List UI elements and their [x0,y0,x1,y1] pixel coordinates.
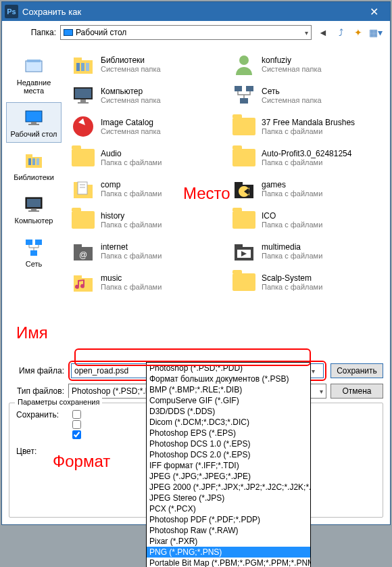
svg-rect-15 [35,240,42,245]
svg-rect-1 [27,60,41,62]
format-option[interactable]: Photoshop DCS 2.0 (*.EPS) [147,449,310,460]
format-option[interactable]: BMP (*.BMP;*.RLE;*.DIB) [147,384,310,395]
folder-icon [230,144,258,171]
file-item[interactable]: historyПапка с файлами [68,205,226,235]
net-icon [230,82,258,109]
format-option[interactable]: Photoshop (*.PSD;*.PDD) [147,363,310,373]
format-option[interactable]: Portable Bit Map (*.PBM;*.PGM;*.PPM;*.PN… [147,558,310,567]
format-option[interactable]: PCX (*.PCX) [147,503,310,514]
svg-rect-13 [28,210,39,212]
checkbox[interactable] [72,430,81,439]
places-sidebar: Недавние местаРабочий столБиблиотекиКомп… [2,44,66,358]
titlebar: Ps Сохранить как ✕ [2,2,390,21]
desktop-icon [23,107,45,129]
dialog-title: Сохранить как [22,7,360,17]
checkbox[interactable] [72,410,81,419]
chevron-down-icon[interactable]: ▾ [312,367,315,375]
svg-rect-8 [32,158,35,165]
file-item[interactable]: multimediaПапка с файлами [229,236,387,266]
sidebar-item-desktop[interactable]: Рабочий стол [6,102,62,143]
chevron-down-icon: ▾ [305,29,308,37]
folder-value: Рабочий стол [76,28,305,37]
file-item[interactable]: musicПапка с файлами [68,267,226,297]
svg-rect-26 [78,102,89,104]
recent-icon [23,55,45,77]
svg-rect-14 [26,240,32,245]
format-option[interactable]: Формат больших документов (*.PSB) [147,373,310,384]
folder-at-icon: @ [70,237,97,265]
save-label: Сохранить: [16,410,59,419]
sidebar-item-computer[interactable]: Компьютер [6,189,62,229]
file-item[interactable]: 37 Free Mandala BrushesПапка с файлами [229,112,387,141]
format-option[interactable]: Pixar (*.PXR) [147,536,310,547]
format-option[interactable]: IFF формат (*.IFF;*.TDI) [147,460,310,471]
format-option[interactable]: D3D/DDS (*.DDS) [147,406,310,417]
format-option[interactable]: Photoshop EPS (*.EPS) [147,428,310,438]
sidebar-item-recent[interactable]: Недавние места [6,51,62,99]
format-option[interactable]: Photoshop PDF (*.PDF;*.PDP) [147,514,310,525]
file-item[interactable]: AudioПапка с файлами [68,143,226,173]
file-item[interactable]: КомпьютерСистемная папка [68,81,226,110]
appred-icon [70,113,97,140]
file-item[interactable]: Image CatalogСистемная папка [68,112,226,141]
svg-rect-28 [246,86,253,91]
filetype-label: Тип файлов: [9,386,64,396]
filetype-dropdown[interactable]: Photoshop (*.PSD;*.PDD)Формат больших до… [146,362,311,567]
cancel-button[interactable]: Отмена [330,384,383,399]
sidebar-item-libraries[interactable]: Библиотеки [6,145,62,186]
folder-icon [70,206,97,233]
file-item[interactable]: compПапка с файлами [68,174,226,204]
svg-rect-25 [80,99,86,102]
format-option[interactable]: JPEG (*.JPG;*.JPEG;*.JPE) [147,471,310,482]
save-button[interactable]: Сохранить [330,363,383,378]
close-icon[interactable]: ✕ [360,2,387,21]
file-list[interactable]: БиблиотекиСистемная папкаkonfuziyСистемн… [66,44,390,358]
svg-rect-6 [26,154,32,157]
format-option[interactable]: Dicom (*.DCM;*.DC3;*.DIC) [147,417,310,428]
svg-rect-3 [31,122,36,124]
svg-rect-12 [31,208,36,210]
chevron-down-icon: ▾ [320,388,323,395]
libraries-icon [23,150,45,172]
lib-icon [70,51,97,78]
file-item[interactable]: @internetПапка с файлами [68,236,226,266]
checkbox[interactable] [72,420,81,429]
up-icon[interactable]: ⤴ [333,25,348,40]
file-item[interactable]: Scalp-SystemПапка с файлами [229,267,387,297]
back-icon[interactable]: ◄ [316,25,330,40]
folder-icon [230,113,258,140]
options-title: Параметры сохранения [15,398,102,406]
svg-rect-39 [74,244,82,247]
folder-music-icon [70,269,97,296]
format-option[interactable]: JPEG Stereo (*.JPS) [147,493,310,503]
file-item[interactable]: БиблиотекиСистемная папка [68,49,226,79]
svg-rect-16 [30,250,37,256]
folder-select[interactable]: Рабочий стол ▾ [60,25,312,40]
file-item[interactable]: Auto-Profit3.0_62481254Папка с файлами [229,143,387,173]
folder-icon [230,269,258,296]
network-icon [23,237,45,258]
svg-rect-0 [26,61,42,72]
folder-label: Папка: [9,28,56,37]
view-icon[interactable]: ▦▾ [368,25,383,40]
folder-media-icon [230,237,258,265]
svg-rect-4 [28,124,39,125]
format-option[interactable]: JPEG 2000 (*.JPF;*.JPX;*.JP2;*.J2C;*.J2K… [147,482,310,493]
file-item[interactable]: СетьСистемная папка [229,81,387,110]
format-option[interactable]: Photoshop DCS 1.0 (*.EPS) [147,438,310,449]
file-item[interactable]: gamesПапка с файлами [229,174,387,204]
folder-pac-icon [230,175,258,202]
new-folder-icon[interactable]: ✦ [351,25,366,40]
format-option[interactable]: PNG (*.PNG;*.PNS) [147,547,310,558]
file-item[interactable]: konfuziyСистемная папка [229,49,387,79]
computer-icon [23,194,45,215]
user-icon [230,51,258,78]
format-option[interactable]: CompuServe GIF (*.GIF) [147,395,310,406]
file-item[interactable]: ICOПапка с файлами [229,205,387,235]
desktop-icon [64,29,73,36]
sidebar-item-network[interactable]: Сеть [6,232,62,273]
pc-icon [70,82,97,109]
format-option[interactable]: Photoshop Raw (*.RAW) [147,525,310,536]
svg-text:@: @ [79,250,87,260]
svg-point-22 [239,55,249,65]
